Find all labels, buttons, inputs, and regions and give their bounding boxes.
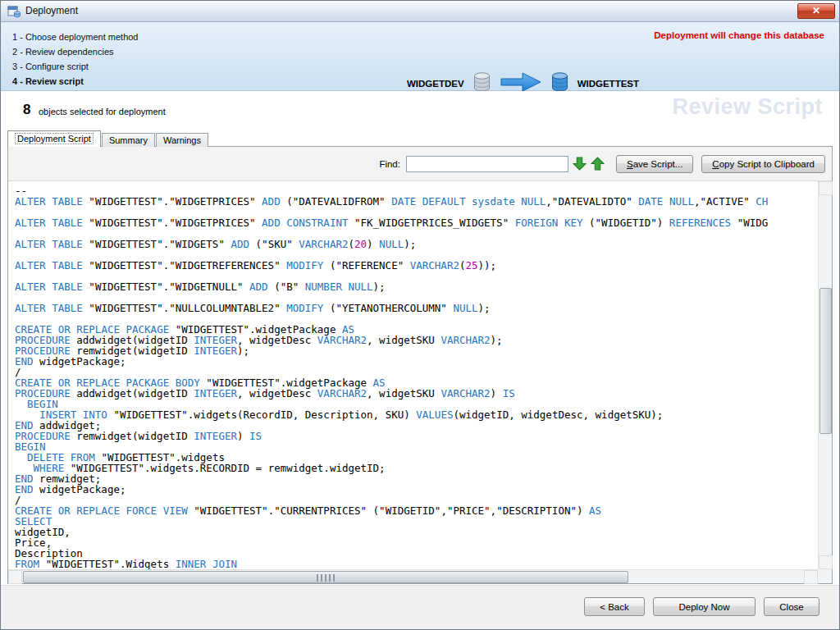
scroll-up-icon[interactable] xyxy=(819,181,833,195)
script-line: WHERE "WIDGETTEST".widgets.RECORDID = re… xyxy=(15,463,818,473)
script-line: SELECT xyxy=(15,516,818,527)
wizard-step-3: 3 - Configure script xyxy=(12,59,138,74)
script-line: ALTER TABLE "WIDGETTEST"."WIDGETPRICES" … xyxy=(15,196,818,207)
close-icon: ✕ xyxy=(812,5,820,16)
script-panel: Find: Save Script... Copy Script to Clip… xyxy=(7,146,833,584)
scroll-right-icon[interactable] xyxy=(804,570,818,584)
tab-label: Summary xyxy=(109,135,148,145)
find-previous-icon[interactable] xyxy=(591,157,605,171)
script-line: ALTER TABLE "WIDGETTEST"."NULLCOLUMNTABL… xyxy=(15,303,818,313)
tab-warnings[interactable]: Warnings xyxy=(156,133,208,147)
script-line: ALTER TABLE "WIDGETTEST"."WIDGETS" ADD (… xyxy=(15,239,818,249)
script-line: ALTER TABLE "WIDGETTEST"."WIDGETNULL" AD… xyxy=(15,281,818,292)
horizontal-scrollbar-thumb[interactable] xyxy=(23,571,628,583)
footer-bar: < Back Deploy Now Close xyxy=(1,585,839,629)
tab-label: Deployment Script xyxy=(15,133,94,144)
wizard-step-4: 4 - Review script xyxy=(12,74,138,89)
source-database-label: WIDGETDEV xyxy=(407,79,464,89)
find-label: Find: xyxy=(379,159,400,169)
close-dialog-button[interactable]: Close xyxy=(764,597,819,616)
tab-summary[interactable]: Summary xyxy=(102,133,155,147)
script-line: widgetID, xyxy=(15,527,818,537)
script-line: END widgetPackage; xyxy=(15,356,818,367)
script-line: PROCEDURE remwidget(widgetID INTEGER); xyxy=(15,345,818,356)
vertical-scrollbar-thumb[interactable] xyxy=(819,288,832,434)
deployment-window: Deployment ✕ 1 - Choose deployment metho… xyxy=(0,0,840,630)
script-line: END widgetPackage; xyxy=(15,484,818,495)
scroll-left-icon[interactable] xyxy=(8,570,22,584)
deployment-warning: Deployment will change this database xyxy=(654,30,824,40)
scroll-down-icon[interactable] xyxy=(819,555,833,569)
find-input[interactable] xyxy=(406,156,568,172)
object-count-label: objects selected for deployment xyxy=(39,107,166,116)
window-title: Deployment xyxy=(25,1,78,21)
target-database-label: WIDGETTEST xyxy=(578,79,639,89)
wizard-step-1: 1 - Choose deployment method xyxy=(12,30,138,44)
back-button[interactable]: < Back xyxy=(584,597,645,616)
close-button[interactable]: ✕ xyxy=(797,3,835,19)
script-line: CREATE OR REPLACE FORCE VIEW "WIDGETTEST… xyxy=(15,505,818,516)
save-script-button[interactable]: Save Script... xyxy=(616,155,693,173)
copy-script-button[interactable]: Copy Script to Clipboard xyxy=(701,155,825,173)
script-toolbar: Find: Save Script... Copy Script to Clip… xyxy=(8,147,832,181)
wizard-steps: 1 - Choose deployment method2 - Review d… xyxy=(12,30,138,89)
horizontal-scrollbar[interactable] xyxy=(8,569,818,583)
app-icon xyxy=(7,5,21,18)
titlebar: Deployment ✕ xyxy=(1,1,839,22)
object-count: 8 xyxy=(23,102,30,118)
review-script-watermark: Review Script xyxy=(672,94,823,120)
script-line: ALTER TABLE "WIDGETTEST"."WIDGETREFERENC… xyxy=(15,260,818,271)
tab-strip: Deployment ScriptSummaryWarnings xyxy=(7,130,209,147)
script-line: END remwidget; xyxy=(15,473,818,484)
script-line: PROCEDURE remwidget(widgetID INTEGER) IS xyxy=(15,431,818,441)
vertical-scrollbar[interactable] xyxy=(818,181,832,569)
sql-script-view[interactable]: --ALTER TABLE "WIDGETTEST"."WIDGETPRICES… xyxy=(8,181,818,569)
tab-deployment-script[interactable]: Deployment Script xyxy=(7,130,101,147)
tab-label: Warnings xyxy=(163,135,201,145)
wizard-step-2: 2 - Review dependencies xyxy=(12,44,138,59)
find-next-icon[interactable] xyxy=(573,157,587,171)
script-line: Price, xyxy=(15,537,818,548)
scrollbar-grip xyxy=(317,574,335,582)
script-line: ALTER TABLE "WIDGETTEST"."WIDGETPRICES" … xyxy=(15,217,818,228)
subheader: 8 objects selected for deployment Review… xyxy=(1,91,839,130)
wizard-header: 1 - Choose deployment method2 - Review d… xyxy=(1,22,839,91)
scrollbar-corner xyxy=(818,569,832,583)
script-line: INSERT INTO "WIDGETTEST".widgets(RecordI… xyxy=(15,409,818,420)
script-line: PROCEDURE addwidget(widgetID INTEGER, wi… xyxy=(15,388,818,399)
deploy-now-button[interactable]: Deploy Now xyxy=(653,597,756,616)
